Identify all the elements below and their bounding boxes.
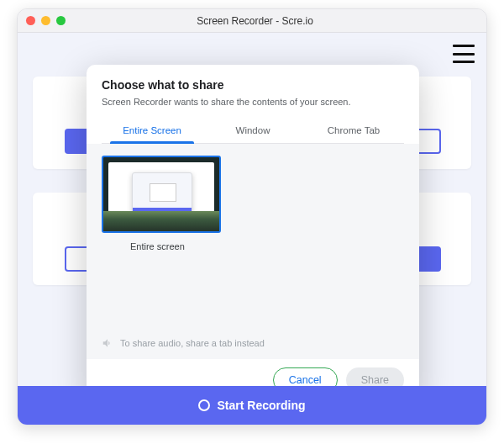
share-tabs: Entire Screen Window Chrome Tab [102,119,404,144]
screen-thumbnail-label: Entire screen [130,241,185,251]
share-dialog: Choose what to share Screen Recorder wan… [87,65,419,386]
app-content: Choose what to share Screen Recorder wan… [18,33,486,386]
screen-thumbnail[interactable] [102,156,221,233]
audio-hint: To share audio, share a tab instead [102,332,404,352]
start-recording-label: Start Recording [217,399,305,412]
cancel-button[interactable]: Cancel [273,367,338,386]
record-icon [198,399,210,411]
thumbnail-preview [132,172,192,214]
dialog-subtitle: Screen Recorder wants to share the conte… [102,97,404,107]
menu-icon[interactable] [453,45,475,63]
app-window: Screen Recorder - Scre.io Choose what to… [17,8,487,426]
speaker-icon [102,337,113,349]
audio-hint-text: To share audio, share a tab instead [120,338,265,348]
dialog-footer: Cancel Share [102,359,404,386]
tab-chrome-tab[interactable]: Chrome Tab [303,119,404,143]
thumbnail-preview [103,211,219,231]
share-button[interactable]: Share [346,367,404,386]
start-recording-button[interactable]: Start Recording [18,386,486,425]
screen-option: Entire screen [102,156,404,251]
dialog-body: Entire screen To share audio, share a ta… [87,144,419,359]
dialog-title: Choose what to share [102,78,404,92]
tab-window[interactable]: Window [202,119,303,143]
tab-entire-screen[interactable]: Entire Screen [102,119,202,143]
titlebar: Screen Recorder - Scre.io [18,9,486,33]
window-title: Screen Recorder - Scre.io [32,15,478,27]
